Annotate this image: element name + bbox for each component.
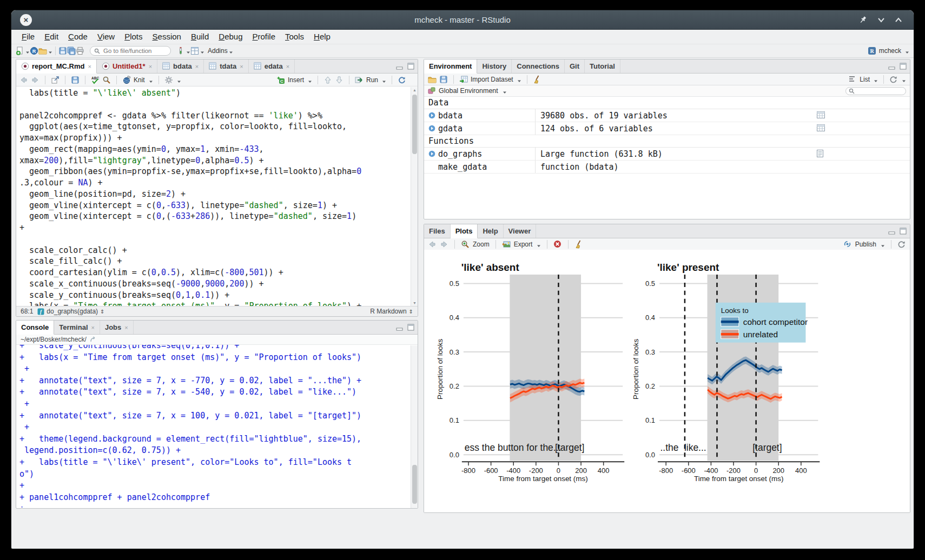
env-object-do_graphs[interactable]: do_graphsLarge function (631.8 kB) [424,148,910,161]
chevron-down-icon[interactable] [877,16,886,24]
new-project-icon[interactable]: R [30,46,38,55]
save-workspace-icon[interactable] [439,75,448,84]
code-line[interactable]: ymax=max(propfix))) + [19,132,418,144]
knit-button[interactable]: Knit [134,76,145,84]
tab-viewer[interactable]: Viewer [504,224,537,238]
code-line[interactable]: geom_rect(mapping=aes(ymin=0, ymax=1, xm… [19,144,418,155]
clear-plots-icon[interactable] [574,240,583,249]
expand-object-icon[interactable] [428,125,435,132]
console-scroll-thumb[interactable] [412,465,417,504]
close-tab-icon[interactable]: × [88,63,91,70]
console-output[interactable]: + scale_y_continuous(breaks=seq(0,1,0.1)… [16,345,418,508]
tab-plots[interactable]: Plots [451,224,478,238]
code-line[interactable]: scale_y_continuous(breaks=seq(0,1,0.1)) … [19,290,418,301]
zoom-button[interactable]: Zoom [473,241,490,248]
minimize-pane-icon[interactable] [396,324,403,331]
new-file-icon[interactable] [16,46,24,55]
export-caret-icon[interactable] [537,242,541,246]
scroll-up-arrow[interactable]: ▲ [411,87,418,93]
maximize-pane-icon[interactable] [900,228,907,235]
import-caret-icon[interactable] [517,77,521,82]
refresh-icon[interactable] [889,75,898,84]
code-line[interactable]: scale_x_continuous(breaks=seq(-9000,9000… [19,278,418,290]
expand-object-icon[interactable] [428,112,435,119]
addins-caret-icon[interactable] [229,49,233,53]
expand-object-icon[interactable] [428,150,435,157]
code-line[interactable]: geom_line(position=pd, size=2) + [19,189,418,200]
close-tab-icon[interactable]: × [286,63,289,70]
titlebar[interactable]: × mcheck - master - RStudio [11,10,914,30]
scroll-down-arrow[interactable]: ▼ [411,300,418,306]
save-doc-icon[interactable] [71,76,80,84]
publish-button[interactable]: Publish [855,241,876,248]
tab-bdata[interactable]: bdata× [157,59,204,73]
go-next-chunk-icon[interactable] [335,76,343,84]
goto-file-box[interactable] [90,46,171,56]
menu-debug[interactable]: Debug [214,30,247,44]
close-tab-icon[interactable]: × [240,63,243,70]
code-line[interactable]: labs(title = "\'like\' absent") [19,88,418,99]
menu-help[interactable]: Help [309,30,335,44]
save-all-icon[interactable] [67,46,76,55]
menu-build[interactable]: Build [186,30,214,44]
back-icon[interactable] [19,76,28,84]
source-scroll-thumb[interactable] [412,95,417,154]
code-line[interactable]: geom_vline(xintercept = c(0,-633), linet… [19,200,418,211]
previous-plot-icon[interactable] [428,240,437,249]
import-dataset-button[interactable]: Import Dataset [471,76,513,83]
code-line[interactable]: coord_cartesian(ylim = c(0,0.5), xlim=c(… [19,267,418,278]
publish-caret-icon[interactable] [881,242,885,246]
menu-code[interactable]: Code [63,30,93,44]
code-line[interactable]: panel2cohcomppref <- gdata %>% filter(li… [19,110,418,122]
next-plot-icon[interactable] [440,240,448,249]
menu-tools[interactable]: Tools [280,30,309,44]
pin-icon[interactable] [858,16,867,24]
zoom-plot-icon[interactable] [461,240,470,249]
minimize-pane-icon[interactable] [396,63,403,70]
compile-caret-icon[interactable] [186,49,190,53]
forward-icon[interactable] [31,76,39,84]
remove-plot-icon[interactable] [553,240,562,249]
menu-profile[interactable]: Profile [248,30,281,44]
list-caret-icon[interactable] [874,77,878,82]
tab-tdata[interactable]: tdata× [204,59,249,73]
maximize-pane-icon[interactable] [407,63,414,70]
refresh-caret-icon[interactable] [902,77,906,82]
gear-caret-icon[interactable] [177,78,181,82]
minimize-pane-icon[interactable] [888,63,895,70]
view-data-icon[interactable] [817,124,825,132]
spellcheck-icon[interactable]: ABC [91,76,100,84]
close-tab-icon[interactable]: × [91,324,95,331]
open-file-caret-icon[interactable] [48,49,52,53]
environment-scope-selector[interactable]: Global Environment [439,87,498,95]
insert-chunk-icon[interactable]: C [276,76,285,84]
environment-search-input[interactable] [856,87,902,95]
view-source-icon[interactable] [817,150,825,157]
code-line[interactable]: geom_vline(xintercept = c(0,(-633+286)),… [19,211,418,222]
refresh-plot-icon[interactable] [897,240,906,249]
workspace-panes-icon[interactable] [190,46,199,55]
environment-search-box[interactable] [845,87,906,95]
env-object-gdata[interactable]: gdata124 obs. of 6 variables [424,122,910,135]
tab-edata[interactable]: edata× [249,59,295,73]
code-line[interactable]: + [19,222,418,234]
scope-updown-icon[interactable]: ⇕ [100,309,104,315]
tab-environment[interactable]: Environment [424,59,477,74]
console-scrollbar[interactable] [411,345,418,508]
goto-directory-icon[interactable] [90,336,96,343]
source-scrollbar[interactable]: ▲ ▼ [411,87,418,306]
tab-jobs[interactable]: Jobs× [100,321,134,334]
load-workspace-icon[interactable] [428,75,437,84]
menu-session[interactable]: Session [148,30,186,44]
minimize-pane-icon[interactable] [888,228,895,235]
tab-help[interactable]: Help [478,224,503,238]
publish-icon[interactable] [843,240,852,249]
tab-untitled1-[interactable]: Untitled1*× [97,59,157,73]
knit-caret-icon[interactable] [149,78,153,82]
scope-caret-icon[interactable] [503,89,507,93]
env-object-bdata[interactable]: bdata39680 obs. of 19 variables [424,109,910,122]
scope-selector[interactable]: do_graphs(gdata) [47,308,98,315]
compile-report-icon[interactable] [176,46,185,55]
find-icon[interactable] [102,76,111,84]
export-plot-icon[interactable] [502,240,511,249]
